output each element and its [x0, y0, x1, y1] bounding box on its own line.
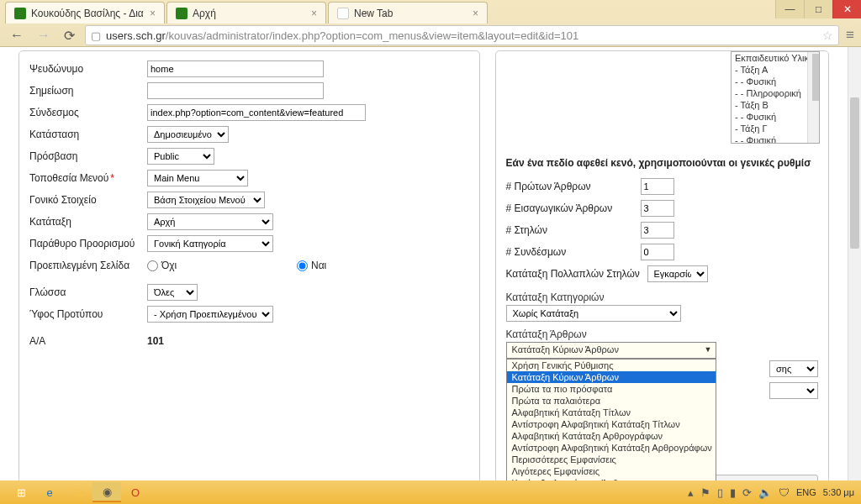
window-close-button[interactable]: ✕ [832, 0, 861, 18]
tab-title: Αρχή [193, 8, 216, 19]
window-maximize-button[interactable]: □ [804, 0, 832, 18]
browser-tab-3[interactable]: New Tab × [328, 2, 488, 24]
url-host: users.sch.gr [106, 29, 166, 42]
favicon-blank [337, 8, 349, 19]
chrome-menu-button[interactable]: ≡ [846, 27, 854, 44]
url-path: /kouvas/administrator/index.php?option=c… [166, 29, 578, 42]
favicon-joomla [176, 8, 188, 19]
tab-title: Κουκούδης Βασίλης - Δια [31, 8, 144, 19]
tab-title: New Tab [354, 8, 393, 19]
back-button[interactable]: ← [7, 28, 27, 43]
close-icon[interactable]: × [311, 8, 317, 19]
address-bar[interactable]: ▢ users.sch.gr/kouvas/administrator/inde… [85, 25, 839, 45]
close-icon[interactable]: × [150, 8, 156, 19]
favicon-joomla [14, 8, 26, 19]
browser-tab-1[interactable]: Κουκούδης Βασίλης - Δια × [5, 2, 165, 24]
reload-button[interactable]: ⟳ [61, 28, 78, 44]
forward-button[interactable]: → [34, 28, 54, 43]
browser-tab-2[interactable]: Αρχή × [166, 2, 326, 24]
bookmark-star-icon[interactable]: ☆ [822, 29, 833, 42]
window-minimize-button[interactable]: — [775, 0, 804, 18]
close-icon[interactable]: × [473, 8, 478, 19]
page-icon: ▢ [91, 29, 101, 42]
